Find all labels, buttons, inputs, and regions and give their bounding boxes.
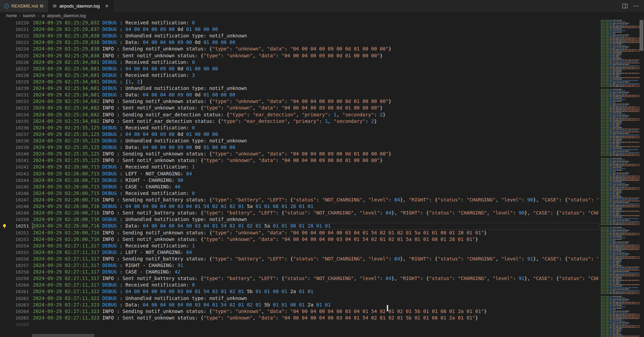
log-line-text[interactable]: 2024-09-29 02:27:11,317 DEBUG : Received…: [33, 243, 598, 249]
log-line-text[interactable]: 2024-09-29 02:26:00,716 INFO : Sent noti…: [33, 210, 598, 216]
log-line[interactable]: 102342024-09-29 02:25:34,682 INFO : Send…: [0, 112, 598, 118]
line-number[interactable]: 10257: [0, 262, 29, 269]
line-number[interactable]: 10226: [0, 59, 29, 66]
log-line[interactable]: 102322024-09-29 02:25:34,682 INFO : Send…: [0, 98, 598, 105]
line-number[interactable]: 10228: [0, 72, 29, 79]
line-number[interactable]: 10223: [0, 39, 29, 46]
line-number[interactable]: 10220: [0, 20, 29, 26]
lightbulb-icon[interactable]: [2, 223, 7, 229]
log-line[interactable]: 102482024-09-29 02:26:00,716 DEBUG : 04 …: [0, 203, 598, 210]
log-line[interactable]: 102352024-09-29 02:25:34,682 INFO : Sent…: [0, 118, 598, 125]
log-line-text[interactable]: 2024-09-29 02:25:34,682 INFO : Sent noti…: [33, 105, 598, 111]
log-line[interactable]: 102572024-09-29 02:27:11,317 DEBUG : RIG…: [0, 262, 598, 269]
log-line-text[interactable]: 2024-09-29 02:25:35,125 DEBUG : Data: 04…: [33, 144, 598, 151]
log-line-text[interactable]: 2024-09-29 02:25:34,681 DEBUG : Received…: [33, 59, 598, 66]
line-number[interactable]: 10230: [0, 85, 29, 92]
line-number[interactable]: 10244: [0, 177, 29, 184]
log-line-text[interactable]: 2024-09-29 02:25:34,682 INFO : Sent noti…: [33, 118, 598, 125]
log-line[interactable]: 102492024-09-29 02:26:00,716 INFO : Sent…: [0, 210, 598, 216]
log-line[interactable]: 102632024-09-29 02:27:11,323 DEBUG : Dat…: [0, 302, 598, 308]
log-line-text[interactable]: 2024-09-29 02:27:11,317 DEBUG : LEFT - N…: [33, 249, 598, 256]
log-line-text[interactable]: 2024-09-29 02:25:29,838 DEBUG : Unhandle…: [33, 33, 598, 39]
log-line[interactable]: 102282024-09-29 02:25:34,681 DEBUG : Rec…: [0, 72, 598, 79]
log-line-text[interactable]: 2024-09-29 02:26:00,716 DEBUG : Data: 04…: [33, 223, 598, 229]
log-line[interactable]: 102372024-09-29 02:25:35,125 DEBUG : 04 …: [0, 131, 598, 138]
log-line-text[interactable]: 2024-09-29 02:25:35,125 INFO : Sent noti…: [33, 157, 598, 164]
log-line[interactable]: 102452024-09-29 02:26:00,715 DEBUG : CAS…: [0, 184, 598, 190]
line-number[interactable]: 10240: [0, 151, 29, 157]
line-number[interactable]: 10255: [0, 249, 29, 256]
log-line-text[interactable]: 2024-09-29 02:26:00,716 INFO : Sending n…: [33, 230, 598, 236]
breadcrumb-home[interactable]: home: [6, 13, 17, 18]
close-icon[interactable]: ×: [105, 3, 109, 9]
log-line[interactable]: 102402024-09-29 02:25:35,125 INFO : Send…: [0, 151, 598, 157]
log-line-text[interactable]: 2024-09-29 02:26:00,716 INFO : Sending n…: [33, 197, 598, 203]
log-line-text[interactable]: [33, 321, 598, 328]
log-line[interactable]: 102212024-09-29 02:25:29,837 DEBUG : 04 …: [0, 26, 598, 33]
line-number[interactable]: 10261: [0, 288, 29, 295]
log-line[interactable]: 102422024-09-29 02:26:00,715 DEBUG : Rec…: [0, 164, 598, 170]
log-line-text[interactable]: 2024-09-29 02:25:29,837 DEBUG : 04 00 04…: [33, 26, 598, 33]
line-number[interactable]: 10231: [0, 92, 29, 98]
log-line-text[interactable]: 2024-09-29 02:26:00,716 INFO : Sent noti…: [33, 236, 598, 243]
line-number[interactable]: 10224: [0, 46, 29, 52]
breadcrumb-file[interactable]: ≡ airpods_daemon.log: [41, 13, 86, 19]
log-line-text[interactable]: 2024-09-29 02:25:34,682 INFO : Sending n…: [33, 98, 598, 105]
horizontal-scrollbar-thumb[interactable]: [32, 334, 94, 337]
line-number[interactable]: 10248: [0, 203, 29, 210]
line-number[interactable]: 10227: [0, 66, 29, 72]
log-text-area[interactable]: 102202024-09-29 02:25:29,832 DEBUG : Rec…: [0, 20, 598, 328]
log-line-text[interactable]: 2024-09-29 02:26:00,715 DEBUG : RIGHT - …: [33, 177, 598, 184]
line-number[interactable]: 10253: [0, 236, 29, 243]
log-line-text[interactable]: 2024-09-29 02:25:29,838 INFO : Sending n…: [33, 46, 598, 52]
log-line-text[interactable]: 2024-09-29 02:25:34,681 DEBUG : Received…: [33, 72, 598, 79]
line-number[interactable]: 10229: [0, 79, 29, 85]
log-line[interactable]: 102502024-09-29 02:26:00,716 DEBUG : Unh…: [0, 216, 598, 223]
log-line-text[interactable]: 2024-09-29 02:25:35,125 INFO : Sending n…: [33, 151, 598, 157]
log-line-text[interactable]: 2024-09-29 02:25:34,681 DEBUG : [1, 2]: [33, 79, 598, 85]
log-line-text[interactable]: 2024-09-29 02:25:34,681 DEBUG : Data: 04…: [33, 92, 598, 98]
log-line-text[interactable]: 2024-09-29 02:26:00,715 DEBUG : LEFT - N…: [33, 171, 598, 177]
log-line-text[interactable]: 2024-09-29 02:27:11,317 DEBUG : Received…: [33, 282, 598, 288]
log-line-text[interactable]: 2024-09-29 02:26:00,715 DEBUG : Received…: [33, 164, 598, 170]
log-line[interactable]: 102512024-09-29 02:26:00,716 DEBUG : Dat…: [0, 223, 598, 229]
log-line[interactable]: 102622024-09-29 02:27:11,322 DEBUG : Unh…: [0, 295, 598, 302]
log-line-text[interactable]: 2024-09-29 02:27:11,322 DEBUG : Unhandle…: [33, 295, 598, 302]
log-line[interactable]: 102262024-09-29 02:25:34,681 DEBUG : Rec…: [0, 59, 598, 66]
tab-readme[interactable]: i README.md M: [0, 0, 48, 12]
line-number[interactable]: 10252: [0, 230, 29, 236]
line-number[interactable]: 10259: [0, 275, 29, 282]
vertical-scrollbar-thumb[interactable]: [640, 20, 643, 51]
log-line-text[interactable]: 2024-09-29 02:25:29,838 DEBUG : Data: 04…: [33, 39, 598, 46]
log-line[interactable]: 102312024-09-29 02:25:34,681 DEBUG : Dat…: [0, 92, 598, 98]
line-number[interactable]: 10225: [0, 53, 29, 59]
minimap[interactable]: [601, 20, 640, 337]
split-editor-icon[interactable]: [622, 4, 628, 8]
line-number[interactable]: 10260: [0, 282, 29, 288]
log-line-text[interactable]: 2024-09-29 02:25:34,681 DEBUG : Unhandle…: [33, 85, 598, 92]
line-number[interactable]: 10242: [0, 164, 29, 170]
log-line[interactable]: 102582024-09-29 02:27:11,317 DEBUG : CAS…: [0, 269, 598, 275]
log-line-text[interactable]: 2024-09-29 02:27:11,323 DEBUG : Data: 04…: [33, 302, 598, 308]
line-number[interactable]: 10245: [0, 184, 29, 190]
log-line[interactable]: 102592024-09-29 02:27:11,317 INFO : Sent…: [0, 275, 598, 282]
line-number[interactable]: 10222: [0, 33, 29, 39]
log-line[interactable]: 102432024-09-29 02:26:00,715 DEBUG : LEF…: [0, 171, 598, 177]
log-line-text[interactable]: 2024-09-29 02:26:00,716 DEBUG : 04 00 04…: [33, 203, 598, 210]
log-line[interactable]: 102382024-09-29 02:25:35,125 DEBUG : Unh…: [0, 138, 598, 144]
line-number[interactable]: 10239: [0, 144, 29, 151]
log-line[interactable]: 102642024-09-29 02:27:11,323 INFO : Send…: [0, 308, 598, 315]
log-line[interactable]: 102612024-09-29 02:27:11,322 DEBUG : 04 …: [0, 288, 598, 295]
log-line[interactable]: 102302024-09-29 02:25:34,681 DEBUG : Unh…: [0, 85, 598, 92]
more-actions-icon[interactable]: ···: [633, 3, 639, 9]
log-line-text[interactable]: 2024-09-29 02:25:34,681 DEBUG : 04 00 04…: [33, 66, 598, 72]
log-line[interactable]: 102232024-09-29 02:25:29,838 DEBUG : Dat…: [0, 39, 598, 46]
log-line[interactable]: 102562024-09-29 02:27:11,317 INFO : Send…: [0, 256, 598, 262]
log-line[interactable]: 102472024-09-29 02:26:00,716 INFO : Send…: [0, 197, 598, 203]
log-line[interactable]: 102462024-09-29 02:26:00,715 DEBUG : Rec…: [0, 190, 598, 197]
line-number[interactable]: 10236: [0, 125, 29, 131]
log-line[interactable]: 102552024-09-29 02:27:11,317 DEBUG : LEF…: [0, 249, 598, 256]
line-number[interactable]: 10266: [0, 321, 29, 328]
line-number[interactable]: 10233: [0, 105, 29, 111]
log-line[interactable]: 102332024-09-29 02:25:34,682 INFO : Sent…: [0, 105, 598, 111]
